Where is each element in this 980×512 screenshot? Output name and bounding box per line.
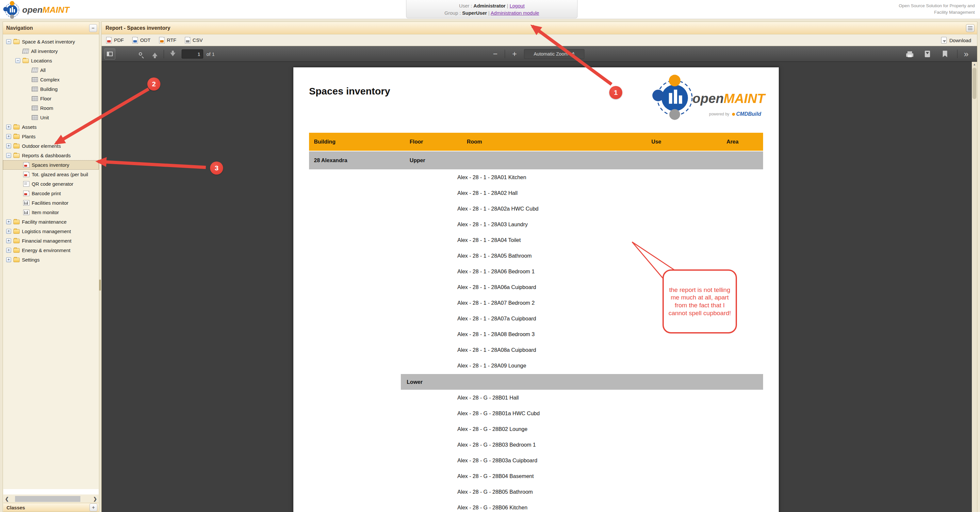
sidebar-toggle-button[interactable]: [104, 48, 115, 59]
export-format-button[interactable]: RTF: [159, 37, 177, 43]
tree-item[interactable]: Reports & dashboards: [3, 151, 99, 160]
navigation-tree: Space & Asset inventory All inventory Lo…: [3, 34, 99, 265]
tree-expander-icon[interactable]: [6, 144, 11, 148]
report-header-bar: Report - Spaces inventory: [102, 22, 977, 34]
export-format-button[interactable]: ODT: [132, 37, 151, 43]
bookmark-button[interactable]: [940, 48, 951, 59]
tree-expander-icon[interactable]: [6, 153, 11, 158]
column-building: Building: [314, 139, 336, 145]
tree-expander-icon[interactable]: [6, 39, 11, 44]
zoom-in-button[interactable]: +: [510, 49, 519, 59]
page-number-input[interactable]: [181, 49, 203, 59]
tree-item[interactable]: Logistics management: [3, 226, 99, 236]
tree-item[interactable]: Assets: [3, 122, 99, 132]
save-document-button[interactable]: [922, 48, 933, 59]
openmaint-emblem-icon: [652, 73, 697, 122]
nav-horizontal-scrollbar[interactable]: ❮ ❯: [3, 495, 99, 503]
tree-item[interactable]: Item monitor: [3, 207, 99, 217]
previous-page-button[interactable]: [149, 48, 161, 59]
tree-expander-icon[interactable]: [6, 238, 11, 243]
tree-item[interactable]: Financial management: [3, 236, 99, 246]
report-logo-maint: MAINT: [724, 91, 765, 105]
scroll-up-icon[interactable]: ▲: [972, 62, 977, 67]
tree-item[interactable]: Plants: [3, 132, 99, 141]
tree-item[interactable]: All: [3, 65, 99, 75]
viewer-vertical-scrollbar[interactable]: ▲: [972, 62, 977, 512]
administration-module-link[interactable]: Administration module: [491, 10, 539, 16]
room-cell: Alex - 28 - 1 - 28A08 Bedroom 3: [457, 331, 535, 337]
logo-text-maint: MAINT: [43, 5, 69, 15]
panel-splitter-grip[interactable]: [99, 279, 101, 291]
tree-expander-icon[interactable]: [6, 229, 11, 234]
tree-item[interactable]: Tot. glazed areas (per buil: [3, 170, 99, 179]
tree-item[interactable]: Room: [3, 103, 99, 113]
tree-item[interactable]: Locations: [3, 56, 99, 65]
tree-item[interactable]: Spaces inventory: [3, 160, 99, 170]
tree-item[interactable]: Building: [3, 85, 99, 94]
search-button[interactable]: [135, 48, 146, 59]
tree-item[interactable]: Barcode print: [3, 189, 99, 198]
tree-item-label: Logistics management: [22, 228, 71, 234]
export-format-button[interactable]: PDF: [106, 37, 124, 43]
download-document-icon: [925, 51, 930, 57]
tree-item[interactable]: Energy & environment: [3, 246, 99, 255]
table-row: Alex - 28 - 1 - 28A04 Toilet: [309, 232, 763, 248]
collapse-panel-button[interactable]: −: [89, 24, 97, 32]
tree-item-label: Unit: [40, 115, 49, 120]
tree-item[interactable]: Complex: [3, 75, 99, 85]
nav-panel-filler: [3, 489, 99, 494]
scroll-left-icon[interactable]: ❮: [3, 496, 10, 502]
table-row: Alex - 28 - 1 - 28A02a HWC Cubd: [309, 201, 763, 217]
tree-item[interactable]: Unit: [3, 113, 99, 122]
print-button[interactable]: [904, 48, 915, 59]
tree-item-label: Item monitor: [32, 210, 59, 215]
export-format-button[interactable]: CSV: [185, 37, 203, 43]
download-button[interactable]: Download: [941, 34, 971, 46]
navigation-header: Navigation −: [3, 22, 99, 34]
tree-item-icon: [32, 87, 38, 91]
tree-expander-icon[interactable]: [6, 219, 11, 224]
tree-item-icon: [23, 191, 29, 196]
tree-item[interactable]: QR code generator: [3, 179, 99, 189]
tree-item[interactable]: Facilities monitor: [3, 198, 99, 207]
scroll-right-icon[interactable]: ❯: [91, 496, 99, 502]
powered-by-label: powered by: [709, 112, 729, 116]
tree-item[interactable]: All inventory: [3, 46, 99, 56]
tree-item-icon: [13, 144, 20, 148]
classes-panel-header[interactable]: Classes +: [3, 503, 99, 512]
tree-expander-icon[interactable]: [6, 257, 11, 262]
report-module-panel: Report - Spaces inventory PDF ODT RTF CS…: [101, 22, 977, 512]
table-row: Alex - 28 - G - 28B06 Kitchen: [309, 499, 763, 512]
table-row: Alex - 28 - G - 28B03 Bedroom 1: [309, 437, 763, 453]
toolbar-divider: [957, 50, 958, 58]
zoom-out-button[interactable]: −: [490, 49, 500, 59]
tree-item[interactable]: Settings: [3, 255, 99, 265]
tree-expander-icon[interactable]: [15, 58, 20, 63]
file-icon: [185, 37, 191, 43]
next-page-button[interactable]: [167, 48, 178, 59]
table-row: Alex - 28 - 1 - 28A08a Cuipboard: [309, 342, 763, 358]
table-header-row: Building Floor Room Use Area: [309, 133, 763, 151]
zoom-level-select[interactable]: Automatic Zoom: [524, 49, 584, 59]
group-label: Group :: [445, 10, 461, 16]
scrollbar-track[interactable]: [10, 496, 91, 502]
tree-item-icon: [22, 59, 29, 63]
tree-expander-icon[interactable]: [6, 134, 11, 139]
panel-menu-button[interactable]: [966, 24, 974, 32]
tree-expander-icon[interactable]: [6, 124, 11, 129]
scrollbar-thumb[interactable]: [15, 496, 80, 502]
logout-link[interactable]: Logout: [510, 3, 525, 8]
floor-name: Lower: [407, 379, 423, 385]
tree-item-icon: [13, 220, 20, 224]
tree-expander-icon[interactable]: [6, 248, 11, 253]
tree-item-label: Barcode print: [32, 191, 61, 196]
expand-classes-button[interactable]: +: [89, 504, 97, 511]
tree-item[interactable]: Outdoor elements: [3, 141, 99, 151]
viewer-scrollbar-thumb[interactable]: [972, 68, 977, 99]
room-cell: Alex - 28 - 1 - 28A06 Bedroom 1: [457, 268, 535, 274]
tree-item[interactable]: Space & Asset inventory: [3, 37, 99, 46]
bookmark-icon: [943, 51, 947, 57]
more-tools-button[interactable]: »: [964, 49, 968, 59]
tree-item[interactable]: Facility maintenance: [3, 217, 99, 226]
tree-item[interactable]: Floor: [3, 94, 99, 103]
